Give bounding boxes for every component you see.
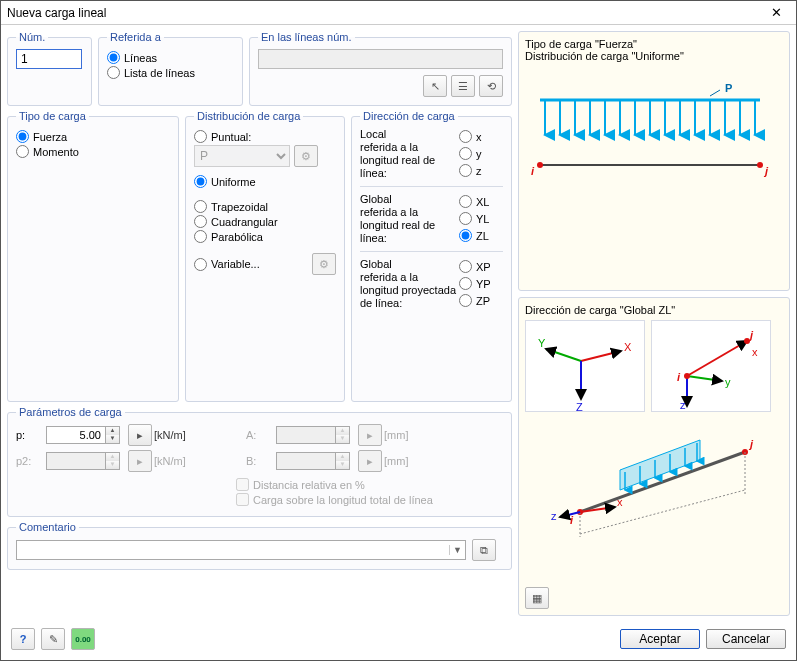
comentario-combo[interactable]: ▼ [16, 540, 466, 560]
group-params: Parámetros de carga p: ▲▼ ▸ [kN/m] A: ▲▼ [7, 406, 512, 517]
radio-dist-variable[interactable]: Variable... [194, 258, 308, 271]
radio-dir-z[interactable]: z [459, 164, 503, 177]
radio-dir-XP[interactable]: XP [459, 260, 503, 273]
radio-dist-cuadrangular-label: Cuadrangular [211, 216, 278, 228]
param-p-unit: [kN/m] [154, 429, 204, 441]
group-lines: En las líneas núm. ↖ ☰ ⟲ [249, 31, 512, 106]
pick-lines-icon[interactable]: ↖ [423, 75, 447, 97]
num-input[interactable] [16, 49, 82, 69]
radio-dist-cuadrangular-input[interactable] [194, 215, 207, 228]
radio-dir-ZP[interactable]: ZP [459, 294, 503, 307]
check-relative: Distancia relativa en % [236, 478, 503, 491]
radio-ref-lineas[interactable]: Líneas [107, 51, 234, 64]
param-p2-input: ▲▼ [46, 452, 122, 470]
group-num: Núm. [7, 31, 92, 106]
radio-ref-lista-input[interactable] [107, 66, 120, 79]
param-A-input: ▲▼ [276, 426, 352, 444]
preview-bottom-title: Dirección de carga "Global ZL" [525, 304, 783, 316]
titlebar: Nueva carga lineal ✕ [1, 1, 796, 25]
svg-text:x: x [617, 496, 623, 508]
radio-dir-ZL[interactable]: ZL [459, 229, 503, 242]
comentario-copy-icon[interactable]: ⧉ [472, 539, 496, 561]
help-icon[interactable]: ? [11, 628, 35, 650]
edit-icon[interactable]: ✎ [41, 628, 65, 650]
param-p-extra-icon[interactable]: ▸ [128, 424, 152, 446]
undo-lines-icon[interactable]: ⟲ [479, 75, 503, 97]
list-lines-icon[interactable]: ☰ [451, 75, 475, 97]
param-B-unit: [mm] [384, 455, 434, 467]
svg-text:X: X [624, 341, 632, 353]
preview-axes-global: X Y Z [525, 320, 645, 412]
radio-tipo-momento-input[interactable] [16, 145, 29, 158]
radio-dir-y[interactable]: y [459, 147, 503, 160]
radio-dist-puntual-label: Puntual: [211, 131, 251, 143]
radio-dir-YL[interactable]: YL [459, 212, 503, 225]
radio-dist-uniforme-label: Uniforme [211, 176, 256, 188]
param-A-extra-icon: ▸ [358, 424, 382, 446]
svg-text:i: i [531, 165, 535, 177]
radio-ref-lista[interactable]: Lista de líneas [107, 66, 234, 79]
group-tipo: Tipo de carga Fuerza Momento [7, 110, 179, 402]
radio-dir-YP[interactable]: YP [459, 277, 503, 290]
group-num-title: Núm. [16, 31, 48, 43]
svg-text:i: i [570, 514, 574, 526]
group-comentario: Comentario ▼ ⧉ [7, 521, 512, 570]
radio-tipo-momento-label: Momento [33, 146, 79, 158]
radio-dist-trapezoidal[interactable]: Trapezoidal [194, 200, 336, 213]
radio-tipo-fuerza[interactable]: Fuerza [16, 130, 170, 143]
radio-dist-variable-input[interactable] [194, 258, 207, 271]
radio-dist-uniforme-input[interactable] [194, 175, 207, 188]
radio-tipo-momento[interactable]: Momento [16, 145, 170, 158]
radio-dist-puntual-input[interactable] [194, 130, 207, 143]
svg-line-23 [581, 351, 621, 361]
preview-bottom: Dirección de carga "Global ZL" X Y [518, 297, 790, 616]
svg-line-29 [687, 341, 747, 376]
radio-dist-puntual[interactable]: Puntual: [194, 130, 336, 143]
group-params-title: Parámetros de carga [16, 406, 125, 418]
param-p2-extra-icon: ▸ [128, 450, 152, 472]
param-p-input[interactable]: ▲▼ [46, 426, 122, 444]
radio-dist-parabolica-input[interactable] [194, 230, 207, 243]
dir-global-proj-label: Globalreferida a la longitud proyectada … [360, 258, 457, 310]
svg-text:z: z [680, 399, 686, 411]
chevron-down-icon[interactable]: ▼ [449, 545, 465, 555]
group-dir: Dirección de carga Localreferida a la lo… [351, 110, 512, 402]
radio-ref-lineas-label: Líneas [124, 52, 157, 64]
content-area: Núm. Referida a Líneas Lista de líneas [1, 25, 796, 622]
group-tipo-title: Tipo de carga [16, 110, 89, 122]
dist-variable-settings-icon: ⚙ [312, 253, 336, 275]
preview-bottom-svg: i j x [525, 412, 775, 542]
radio-tipo-fuerza-label: Fuerza [33, 131, 67, 143]
radio-ref-lineas-input[interactable] [107, 51, 120, 64]
param-p-label: p: [16, 429, 40, 441]
radio-dist-parabolica[interactable]: Parabólica [194, 230, 336, 243]
footer: ? ✎ 0.00 Aceptar Cancelar [1, 622, 796, 660]
svg-text:j: j [763, 165, 769, 177]
svg-text:Y: Y [538, 337, 546, 349]
radio-dist-trapezoidal-input[interactable] [194, 200, 207, 213]
lines-input[interactable] [258, 49, 503, 69]
param-B-extra-icon: ▸ [358, 450, 382, 472]
precision-icon[interactable]: 0.00 [71, 628, 95, 650]
svg-text:x: x [752, 346, 758, 358]
param-B-label: B: [246, 455, 270, 467]
radio-dir-x[interactable]: x [459, 130, 503, 143]
radio-dist-trapezoidal-label: Trapezoidal [211, 201, 268, 213]
radio-dist-uniforme[interactable]: Uniforme [194, 175, 336, 188]
param-p2-label: p2: [16, 455, 40, 467]
radio-dir-XL[interactable]: XL [459, 195, 503, 208]
aceptar-button[interactable]: Aceptar [620, 629, 700, 649]
group-ref-title: Referida a [107, 31, 164, 43]
cancelar-button[interactable]: Cancelar [706, 629, 786, 649]
close-icon[interactable]: ✕ [762, 5, 790, 20]
check-total-length: Carga sobre la longitud total de línea [236, 493, 503, 506]
radio-dist-cuadrangular[interactable]: Cuadrangular [194, 215, 336, 228]
group-dir-title: Dirección de carga [360, 110, 458, 122]
svg-text:z: z [551, 510, 557, 522]
svg-text:Z: Z [576, 401, 583, 413]
radio-tipo-fuerza-input[interactable] [16, 130, 29, 143]
preview-top: Tipo de carga "Fuerza" Distribución de c… [518, 31, 790, 291]
preview-graph-icon[interactable]: ▦ [525, 587, 549, 609]
preview-top-title1: Tipo de carga "Fuerza" [525, 38, 783, 50]
svg-line-53 [580, 490, 745, 534]
